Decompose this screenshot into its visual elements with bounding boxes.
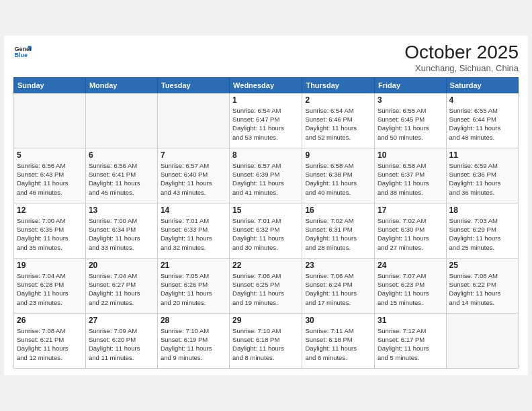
day-number: 15 bbox=[232, 205, 299, 215]
calendar-day-cell: 8Sunrise: 6:57 AM Sunset: 6:39 PM Daylig… bbox=[230, 148, 302, 203]
weekday-header: Sunday bbox=[14, 77, 86, 93]
day-number: 20 bbox=[89, 261, 154, 270]
day-number: 9 bbox=[305, 150, 371, 160]
calendar-day-cell: 24Sunrise: 7:07 AM Sunset: 6:23 PM Dayli… bbox=[374, 258, 446, 313]
day-info: Sunrise: 7:09 AM Sunset: 6:20 PM Dayligh… bbox=[89, 326, 154, 362]
calendar-day-cell: 6Sunrise: 6:56 AM Sunset: 6:41 PM Daylig… bbox=[85, 148, 157, 203]
weekday-header: Tuesday bbox=[157, 77, 229, 93]
day-number: 23 bbox=[305, 261, 371, 270]
calendar-day-cell: 18Sunrise: 7:03 AM Sunset: 6:29 PM Dayli… bbox=[446, 203, 518, 258]
day-number: 5 bbox=[17, 150, 83, 160]
day-number: 25 bbox=[449, 261, 515, 270]
calendar-day-cell: 27Sunrise: 7:09 AM Sunset: 6:20 PM Dayli… bbox=[85, 313, 157, 368]
calendar-day-cell: 21Sunrise: 7:05 AM Sunset: 6:26 PM Dayli… bbox=[157, 258, 229, 313]
title-block: October 2025 Xunchang, Sichuan, China bbox=[404, 42, 519, 73]
day-info: Sunrise: 7:07 AM Sunset: 6:23 PM Dayligh… bbox=[378, 271, 443, 307]
calendar-day-cell: 5Sunrise: 6:56 AM Sunset: 6:43 PM Daylig… bbox=[14, 148, 86, 203]
day-info: Sunrise: 6:55 AM Sunset: 6:45 PM Dayligh… bbox=[378, 106, 443, 142]
day-number: 4 bbox=[449, 95, 515, 105]
weekday-header: Saturday bbox=[446, 77, 518, 93]
calendar-day-cell bbox=[446, 313, 518, 368]
calendar-day-cell: 29Sunrise: 7:10 AM Sunset: 6:18 PM Dayli… bbox=[230, 313, 302, 368]
calendar-day-cell: 31Sunrise: 7:12 AM Sunset: 6:17 PM Dayli… bbox=[374, 313, 446, 368]
svg-text:Blue: Blue bbox=[14, 52, 28, 58]
weekday-header: Monday bbox=[85, 77, 157, 93]
calendar-day-cell: 10Sunrise: 6:58 AM Sunset: 6:37 PM Dayli… bbox=[374, 148, 446, 203]
calendar-day-cell: 17Sunrise: 7:02 AM Sunset: 6:30 PM Dayli… bbox=[374, 203, 446, 258]
day-info: Sunrise: 7:10 AM Sunset: 6:19 PM Dayligh… bbox=[161, 326, 226, 362]
day-info: Sunrise: 7:06 AM Sunset: 6:25 PM Dayligh… bbox=[232, 271, 299, 307]
day-number: 16 bbox=[305, 205, 371, 215]
day-number: 28 bbox=[161, 316, 226, 325]
day-number: 14 bbox=[161, 205, 226, 215]
calendar-grid: SundayMondayTuesdayWednesdayThursdayFrid… bbox=[13, 77, 519, 369]
day-info: Sunrise: 7:08 AM Sunset: 6:21 PM Dayligh… bbox=[17, 326, 83, 362]
calendar-day-cell: 14Sunrise: 7:01 AM Sunset: 6:33 PM Dayli… bbox=[157, 203, 229, 258]
day-info: Sunrise: 7:00 AM Sunset: 6:35 PM Dayligh… bbox=[17, 216, 83, 252]
day-number: 26 bbox=[17, 316, 83, 325]
calendar-day-cell bbox=[85, 93, 157, 148]
day-number: 31 bbox=[378, 316, 443, 325]
day-number: 10 bbox=[378, 150, 443, 160]
calendar-day-cell bbox=[157, 93, 229, 148]
calendar-day-cell: 28Sunrise: 7:10 AM Sunset: 6:19 PM Dayli… bbox=[157, 313, 229, 368]
calendar-week-row: 26Sunrise: 7:08 AM Sunset: 6:21 PM Dayli… bbox=[14, 313, 519, 368]
calendar-day-cell: 25Sunrise: 7:08 AM Sunset: 6:22 PM Dayli… bbox=[446, 258, 518, 313]
day-number: 18 bbox=[449, 205, 515, 215]
weekday-header: Thursday bbox=[302, 77, 375, 93]
day-info: Sunrise: 6:59 AM Sunset: 6:36 PM Dayligh… bbox=[449, 161, 515, 197]
weekday-header: Friday bbox=[374, 77, 446, 93]
day-number: 6 bbox=[89, 150, 154, 160]
day-number: 3 bbox=[378, 95, 443, 105]
calendar-day-cell: 13Sunrise: 7:00 AM Sunset: 6:34 PM Dayli… bbox=[85, 203, 157, 258]
calendar-day-cell: 1Sunrise: 6:54 AM Sunset: 6:47 PM Daylig… bbox=[230, 93, 302, 148]
day-info: Sunrise: 6:54 AM Sunset: 6:46 PM Dayligh… bbox=[305, 106, 371, 142]
day-number: 29 bbox=[232, 316, 299, 325]
day-info: Sunrise: 7:05 AM Sunset: 6:26 PM Dayligh… bbox=[161, 271, 226, 307]
day-info: Sunrise: 7:11 AM Sunset: 6:18 PM Dayligh… bbox=[305, 326, 371, 362]
day-number: 1 bbox=[232, 95, 299, 105]
day-number: 27 bbox=[89, 316, 154, 325]
day-info: Sunrise: 7:02 AM Sunset: 6:31 PM Dayligh… bbox=[305, 216, 371, 252]
logo: General Blue bbox=[13, 42, 32, 61]
day-info: Sunrise: 7:08 AM Sunset: 6:22 PM Dayligh… bbox=[449, 271, 515, 307]
day-info: Sunrise: 7:04 AM Sunset: 6:27 PM Dayligh… bbox=[89, 271, 154, 307]
day-info: Sunrise: 7:00 AM Sunset: 6:34 PM Dayligh… bbox=[89, 216, 154, 252]
day-number: 21 bbox=[161, 261, 226, 270]
day-number: 22 bbox=[232, 261, 299, 270]
calendar-week-row: 5Sunrise: 6:56 AM Sunset: 6:43 PM Daylig… bbox=[14, 148, 519, 203]
day-number: 19 bbox=[17, 261, 83, 270]
day-number: 2 bbox=[305, 95, 371, 105]
month-title: October 2025 bbox=[404, 42, 519, 63]
day-info: Sunrise: 6:58 AM Sunset: 6:38 PM Dayligh… bbox=[305, 161, 371, 197]
calendar-week-row: 12Sunrise: 7:00 AM Sunset: 6:35 PM Dayli… bbox=[14, 203, 519, 258]
calendar-day-cell: 19Sunrise: 7:04 AM Sunset: 6:28 PM Dayli… bbox=[14, 258, 86, 313]
day-number: 12 bbox=[17, 205, 83, 215]
day-number: 24 bbox=[378, 261, 443, 270]
calendar-day-cell: 22Sunrise: 7:06 AM Sunset: 6:25 PM Dayli… bbox=[230, 258, 302, 313]
day-number: 13 bbox=[89, 205, 154, 215]
calendar-week-row: 1Sunrise: 6:54 AM Sunset: 6:47 PM Daylig… bbox=[14, 93, 519, 148]
calendar-container: General Blue October 2025 Xunchang, Sich… bbox=[4, 36, 528, 375]
day-info: Sunrise: 6:57 AM Sunset: 6:39 PM Dayligh… bbox=[232, 161, 299, 197]
calendar-day-cell: 26Sunrise: 7:08 AM Sunset: 6:21 PM Dayli… bbox=[14, 313, 86, 368]
calendar-day-cell: 23Sunrise: 7:06 AM Sunset: 6:24 PM Dayli… bbox=[302, 258, 375, 313]
day-number: 30 bbox=[305, 316, 371, 325]
calendar-day-cell: 7Sunrise: 6:57 AM Sunset: 6:40 PM Daylig… bbox=[157, 148, 229, 203]
day-info: Sunrise: 7:03 AM Sunset: 6:29 PM Dayligh… bbox=[449, 216, 515, 252]
day-number: 8 bbox=[232, 150, 299, 160]
day-number: 17 bbox=[378, 205, 443, 215]
day-info: Sunrise: 6:58 AM Sunset: 6:37 PM Dayligh… bbox=[378, 161, 443, 197]
calendar-day-cell: 12Sunrise: 7:00 AM Sunset: 6:35 PM Dayli… bbox=[14, 203, 86, 258]
weekday-header-row: SundayMondayTuesdayWednesdayThursdayFrid… bbox=[14, 77, 519, 93]
day-info: Sunrise: 6:57 AM Sunset: 6:40 PM Dayligh… bbox=[161, 161, 226, 197]
calendar-day-cell: 15Sunrise: 7:01 AM Sunset: 6:32 PM Dayli… bbox=[230, 203, 302, 258]
calendar-day-cell bbox=[14, 93, 86, 148]
day-info: Sunrise: 7:06 AM Sunset: 6:24 PM Dayligh… bbox=[305, 271, 371, 307]
day-info: Sunrise: 6:54 AM Sunset: 6:47 PM Dayligh… bbox=[232, 106, 299, 142]
calendar-day-cell: 20Sunrise: 7:04 AM Sunset: 6:27 PM Dayli… bbox=[85, 258, 157, 313]
calendar-day-cell: 9Sunrise: 6:58 AM Sunset: 6:38 PM Daylig… bbox=[302, 148, 375, 203]
day-number: 7 bbox=[161, 150, 226, 160]
day-info: Sunrise: 7:10 AM Sunset: 6:18 PM Dayligh… bbox=[232, 326, 299, 362]
day-info: Sunrise: 7:01 AM Sunset: 6:32 PM Dayligh… bbox=[232, 216, 299, 252]
